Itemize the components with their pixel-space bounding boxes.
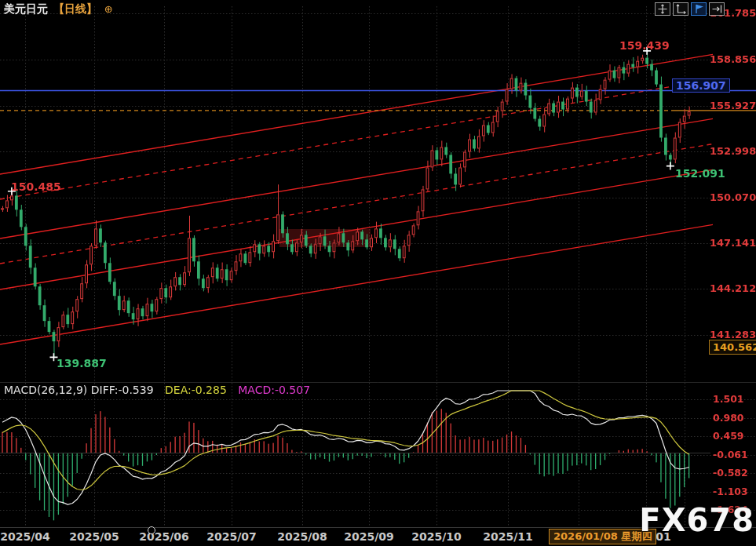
flag-icon: [693, 4, 704, 14]
macd-axis-tick: 1.501: [713, 393, 744, 405]
price-annotation: 139.887: [57, 357, 107, 369]
axis-scale-button[interactable]: [673, 2, 688, 16]
macd-axis-tick: -1.103: [713, 486, 748, 497]
chart-title: 美元日元 【日线】 ⊕: [4, 2, 113, 16]
add-indicator-icon[interactable]: ⊕: [104, 3, 113, 15]
symbol-name: 美元日元: [4, 2, 48, 15]
macd-axis-tick: 0.980: [713, 412, 744, 424]
x-axis-label: 2025/06: [139, 530, 189, 543]
price-annotation: 152.091: [675, 167, 725, 180]
x-axis-label: 2025/04: [0, 530, 50, 543]
macd-axis-tick: -0.061: [713, 449, 748, 460]
price-annotation: 159.439: [619, 39, 670, 52]
price-axis-tick: 144.212: [710, 282, 756, 294]
price-axis-tick: 141.283: [710, 329, 756, 340]
period-label: 【日线】: [53, 2, 97, 15]
chart-window: 美元日元 【日线】 ⊕: [0, 0, 756, 546]
blue-level-label: 156.907: [672, 78, 730, 93]
macd-formula-diff: MACD(26,12,9) DIFF:-0.539: [4, 384, 154, 396]
goto-latest-icon: [711, 4, 722, 14]
x-axis-label: 2025/11: [483, 530, 533, 543]
price-axis-tick: 155.927: [710, 100, 756, 111]
flag-marker-button[interactable]: [691, 2, 707, 16]
x-axis-label: 2025/10: [411, 530, 462, 543]
scroll-handle[interactable]: [148, 526, 155, 534]
x-axis-label: 2025/05: [69, 530, 119, 543]
goto-latest-button[interactable]: [709, 2, 725, 16]
macd-hist-value: MACD:-0.507: [238, 384, 310, 396]
chart-canvas[interactable]: [0, 0, 756, 546]
price-axis-tick: 150.070: [710, 191, 756, 203]
x-axis-label: 2025/09: [344, 530, 394, 543]
price-axis-tick: 158.856: [710, 53, 756, 65]
alert-level-label: 140.562: [709, 340, 756, 355]
macd-dea-value: DEA:-0.285: [165, 384, 227, 396]
macd-axis-tick: 0.459: [713, 430, 744, 442]
x-axis-label: 2025/08: [277, 530, 327, 543]
chart-toolbar: [655, 2, 725, 16]
axis-scale-icon: [675, 4, 686, 14]
pan-icon: [657, 4, 668, 14]
price-annotation: 150.485: [11, 180, 61, 193]
price-axis-tick: 147.141: [710, 237, 756, 249]
price-axis-tick: 152.998: [710, 145, 756, 157]
pan-tool-button[interactable]: [655, 2, 670, 16]
x-axis-label: 2025/07: [206, 530, 257, 543]
macd-header: MACD(26,12,9) DIFF:-0.539 DEA:-0.285 MAC…: [4, 384, 310, 396]
watermark: FX678: [639, 502, 754, 538]
macd-axis-tick: -0.582: [713, 467, 748, 479]
